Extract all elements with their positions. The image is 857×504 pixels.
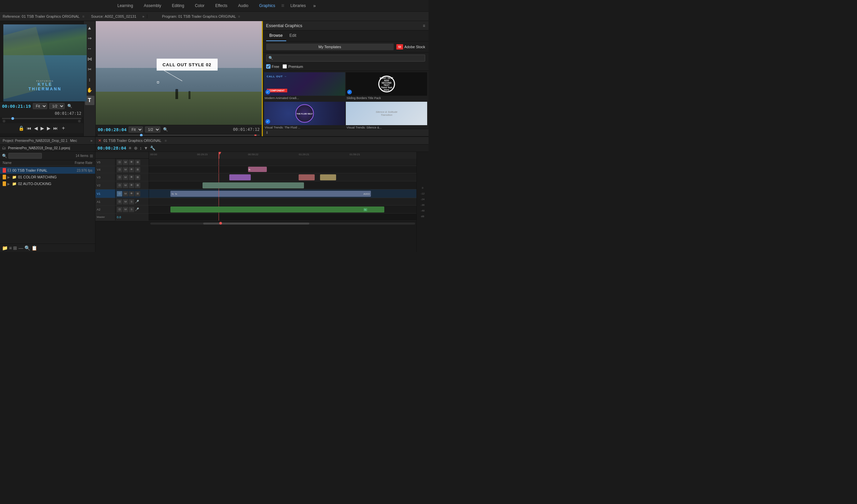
project-zoom-slider[interactable]: — bbox=[18, 245, 23, 251]
tab-browse[interactable]: Browse bbox=[266, 31, 286, 41]
tab-edit[interactable]: Edit bbox=[286, 31, 300, 41]
track-a2-sync[interactable]: ⊡ bbox=[117, 207, 122, 212]
project-search2[interactable]: 🔍 bbox=[24, 245, 30, 251]
track-v1-sync[interactable]: ⊡ bbox=[117, 191, 122, 197]
free-filter[interactable]: Free bbox=[266, 64, 280, 69]
nav-assembly[interactable]: Assembly bbox=[139, 1, 166, 10]
nav-graphics[interactable]: Graphics bbox=[254, 1, 280, 10]
item-1-fps: 23.976 fps bbox=[69, 169, 93, 172]
track-v4-vis[interactable]: 👁 bbox=[129, 167, 134, 172]
timeline-tool-2[interactable]: ⊕ bbox=[134, 146, 138, 151]
track-v3-lock[interactable]: M bbox=[123, 175, 128, 180]
source-stepfwd-btn[interactable]: ▶ bbox=[47, 125, 51, 131]
track-v3-content bbox=[149, 173, 417, 181]
track-v3-sync[interactable]: ⊡ bbox=[117, 175, 122, 180]
nav-audio[interactable]: Audio bbox=[233, 1, 253, 10]
track-v2-vis[interactable]: 👁 bbox=[129, 183, 134, 188]
nav-learning[interactable]: Learning bbox=[113, 1, 138, 10]
timeline-tool-5[interactable]: 🔧 bbox=[150, 146, 155, 151]
track-v1-content: fxfxA003 bbox=[149, 189, 417, 198]
track-v2-key[interactable]: ⊞ bbox=[135, 183, 140, 188]
timeline-tool-4[interactable]: ▼ bbox=[144, 146, 148, 151]
project-item-3[interactable]: ▶ 📁 02 AUTO-DUCKING bbox=[0, 180, 95, 187]
track-v4-lock[interactable]: M bbox=[123, 167, 128, 172]
track-a2-s[interactable]: S bbox=[129, 207, 134, 212]
project-search-bar[interactable]: 🔍 14 Items ⊞ bbox=[0, 152, 95, 160]
program-fit-select[interactable]: Fit bbox=[129, 127, 143, 133]
my-templates-button[interactable]: My Templates bbox=[266, 44, 394, 50]
track-v5-lock[interactable]: M bbox=[123, 159, 128, 165]
track-v1-vis[interactable]: 👁 bbox=[129, 191, 134, 197]
template-item-2[interactable]: FIRST TEXTADD SECOND TEXTThird Text Here… bbox=[346, 72, 427, 101]
source-add-btn[interactable]: + bbox=[62, 125, 65, 131]
free-checkbox[interactable] bbox=[266, 64, 270, 69]
project-item-2[interactable]: ▶ 📁 01 COLOR MATCHING bbox=[0, 174, 95, 180]
item-2-arrow: ▶ bbox=[7, 175, 10, 179]
track-a2-mic: 🎤 bbox=[135, 207, 139, 211]
project-search-input[interactable] bbox=[9, 153, 42, 158]
track-a1-m[interactable]: M bbox=[123, 199, 128, 204]
track-v2-sync[interactable]: ⊡ bbox=[117, 183, 122, 188]
item-3-color bbox=[3, 181, 6, 186]
timeline-tools: 00:00:28:04 ✳ ⊕ ↕ ▼ 🔧 bbox=[96, 145, 428, 152]
timeline-scrollbar[interactable] bbox=[96, 221, 417, 225]
source-quality-select[interactable]: 1/2 bbox=[49, 103, 65, 109]
track-v1-lock[interactable]: M bbox=[123, 191, 128, 197]
project-list-view[interactable]: ≡ bbox=[9, 245, 12, 251]
premium-checkbox[interactable] bbox=[283, 64, 287, 69]
track-v5-sync[interactable]: ⊡ bbox=[117, 159, 122, 165]
eg-footer-download[interactable]: ⬇ bbox=[266, 131, 268, 135]
project-icon-view[interactable]: ⊞ bbox=[13, 245, 17, 251]
track-v3-vis[interactable]: 👁 bbox=[129, 175, 134, 180]
track-v5-controls: ⊡ M 👁 ⊞ bbox=[116, 158, 149, 166]
timeline-tool-1[interactable]: ✳ bbox=[128, 146, 132, 151]
adobe-stock-button[interactable]: St Adobe Stock bbox=[397, 44, 425, 50]
project-mec: Mec bbox=[70, 138, 77, 142]
track-v5-key[interactable]: ⊞ bbox=[135, 159, 140, 165]
source-loop-btn[interactable]: 🔒 bbox=[18, 125, 24, 131]
source-stepback-btn[interactable]: ◀ bbox=[34, 125, 38, 131]
project-item-1[interactable]: 🎞 00 TSB Trailer FINAL 23.976 fps bbox=[0, 167, 95, 174]
eg-search-bar[interactable]: 🔍 bbox=[266, 54, 425, 62]
timeline-tool-3[interactable]: ↕ bbox=[139, 146, 142, 151]
track-master: Master 0.0 bbox=[96, 214, 417, 221]
source-next-btn[interactable]: ⏭ bbox=[53, 125, 58, 131]
timeline-close[interactable]: ✕ bbox=[98, 138, 101, 143]
eg-menu-button[interactable]: ≡ bbox=[423, 23, 425, 28]
project-newfolder[interactable]: 📋 bbox=[32, 245, 37, 251]
nav-effects[interactable]: Effects bbox=[211, 1, 232, 10]
premium-filter[interactable]: Premium bbox=[283, 64, 303, 69]
track-a2-m[interactable]: M bbox=[123, 207, 128, 212]
track-v4-key[interactable]: ⊞ bbox=[135, 167, 140, 172]
track-a1-controls: ⊡ M S 🎤 bbox=[116, 198, 149, 205]
source-fit-select[interactable]: Fit bbox=[33, 103, 47, 109]
template-item-3[interactable]: THE FLUID SELF ✓ Visual Trends: The Flui… bbox=[264, 102, 346, 129]
top-navigation: Learning Assembly Editing Color Effects … bbox=[0, 0, 428, 12]
source-prev-btn[interactable]: ⏮ bbox=[27, 125, 32, 131]
search-input[interactable] bbox=[274, 56, 423, 60]
source-play-btn[interactable]: ▶ bbox=[40, 125, 44, 131]
source-name-text: KYLE THIERMANN bbox=[29, 82, 62, 91]
project-expand[interactable]: » bbox=[90, 138, 93, 142]
project-header: Project: PremierePro_NAB2018_Drop_02.1 M… bbox=[0, 137, 95, 145]
track-v5-vis[interactable]: 👁 bbox=[129, 159, 134, 165]
nav-editing[interactable]: Editing bbox=[167, 1, 189, 10]
track-v3-key[interactable]: ⊞ bbox=[135, 175, 140, 180]
track-a1-sync[interactable]: ⊡ bbox=[117, 199, 122, 204]
nav-libraries[interactable]: Libraries bbox=[286, 1, 310, 10]
track-v2-lock[interactable]: M bbox=[123, 183, 128, 188]
track-a1-s[interactable]: S bbox=[129, 199, 134, 204]
program-quality-select[interactable]: 1/2 bbox=[145, 127, 161, 133]
source-panel-expand[interactable]: » bbox=[142, 14, 144, 18]
item-2-icon: 📁 bbox=[12, 175, 17, 179]
template-item-1[interactable]: CALL OUT → COMPONENT ✓ Modern Animated G… bbox=[264, 72, 346, 101]
template-item-4[interactable]: Silence & SolitudeTransition Visual Tren… bbox=[346, 102, 427, 129]
nav-more-button[interactable]: » bbox=[313, 3, 316, 9]
track-v1-key[interactable]: ⊞ bbox=[135, 191, 140, 197]
project-new-bin[interactable]: 📁 bbox=[2, 245, 8, 251]
source-video: FEATURING KYLE THIERMANN bbox=[3, 24, 87, 101]
template-2-check: ✓ bbox=[347, 90, 352, 95]
timeline-section: ✕ 01 TSB Trailer Graphics ORIGINAL ≡ 00:… bbox=[96, 137, 428, 252]
track-v4-sync[interactable]: ⊡ bbox=[117, 167, 122, 172]
nav-color[interactable]: Color bbox=[190, 1, 209, 10]
